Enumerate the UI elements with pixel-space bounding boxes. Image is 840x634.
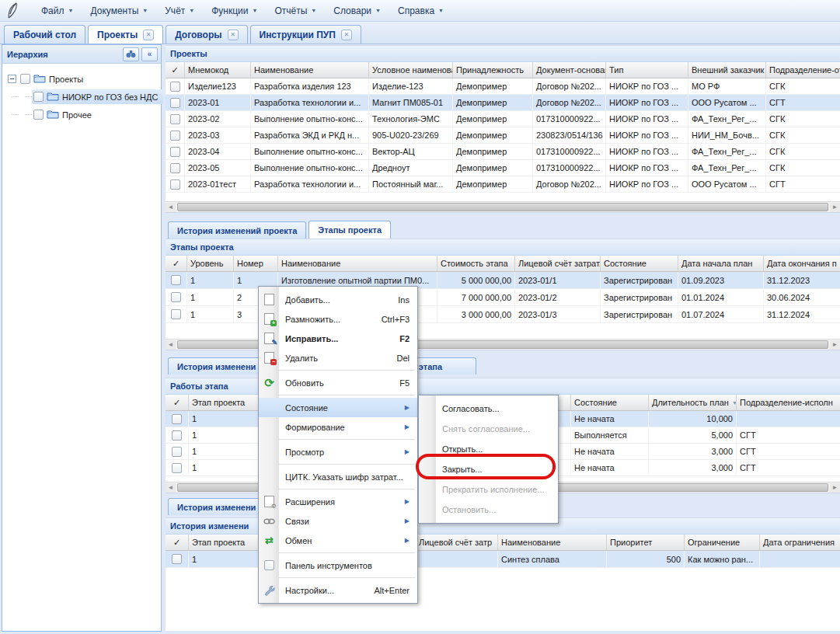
select-all-header[interactable]: ✓ [166,395,189,410]
table-row[interactable]: 2023-02Выполнение опытно-конс...Технолог… [166,111,840,127]
column-header[interactable]: Мнемокод [185,62,251,78]
select-all-header[interactable]: ✓ [166,62,185,78]
state-submenu-item[interactable]: Остановить... [419,500,558,520]
tree-node[interactable]: Проекты [5,70,158,88]
scroll-thumb[interactable] [177,203,828,211]
context-menu-item[interactable]: −УдалитьDel [259,348,417,368]
close-icon[interactable]: ✕ [341,30,352,40]
column-header[interactable]: Лицевой счёт затр [416,535,498,550]
row-checkbox[interactable] [170,147,180,157]
context-menu-item[interactable]: Состояние▶ [259,398,417,417]
context-menu-item[interactable]: ⚙Расширения▶ [259,492,417,511]
tree-node[interactable]: НИОКР по ГОЗ без НДС [5,88,158,106]
tab-Этапы проекта[interactable]: Этапы проекта [308,221,391,239]
main-tab[interactable]: Рабочий стол [4,25,85,44]
column-header[interactable]: Документ-основан [533,62,606,78]
select-all-header[interactable]: ✓ [166,535,189,550]
menubar-item-файл[interactable]: Файл▼ [33,2,82,19]
state-submenu-item[interactable]: Снять согласование... [419,419,558,439]
scroll-left-icon[interactable]: ◄ [166,340,176,350]
column-header[interactable]: Принадлежность [453,62,533,78]
table-row[interactable]: 2023-05Выполнение опытно-конс...Дредноут… [166,160,840,176]
state-submenu-item[interactable]: Согласовать... [419,399,558,419]
column-header[interactable]: Дата окончания п [764,256,840,271]
menubar-item-словари[interactable]: Словари▼ [325,2,389,19]
context-menu-item[interactable]: ⇄Обмен▶ [259,531,417,550]
tab-История изменений проекта[interactable]: История изменений проекта [168,221,306,239]
context-menu-item[interactable]: ✎Исправить...F2 [259,329,417,348]
menubar-item-отчёты[interactable]: Отчёты▼ [266,2,325,19]
row-checkbox[interactable] [172,447,182,457]
row-checkbox[interactable] [170,131,180,141]
context-menu-item[interactable]: Настройки...Alt+Enter [259,580,417,600]
row-checkbox[interactable] [172,414,182,424]
close-icon[interactable]: ✕ [228,30,239,40]
tree-node-checkbox[interactable] [33,110,44,120]
table-row[interactable]: 2023-01тестРазработка технологии и...Пос… [166,176,840,193]
row-checkbox[interactable] [170,98,180,108]
column-header[interactable]: Дата начала план [678,256,764,271]
row-checkbox[interactable] [170,114,180,124]
scroll-right-icon[interactable]: ► [830,483,840,493]
context-menu-item[interactable]: ЦИТК. Указать шифр затрат... [259,467,417,486]
column-header[interactable]: Тип [606,62,688,78]
context-menu-item[interactable]: +Размножить...Ctrl+F3 [259,309,417,329]
column-header[interactable]: Стоимость этапа [437,256,515,271]
column-header[interactable]: Дата ограничения [760,535,840,550]
scroll-left-icon[interactable]: ◄ [166,203,176,212]
table-row[interactable]: 2023-03Разработка ЭКД и РКД н...905-U020… [166,127,840,144]
context-menu-item[interactable]: ⟳ОбновитьF5 [259,373,417,392]
menubar-item-документы[interactable]: Документы▼ [82,2,156,19]
context-menu-item[interactable]: Просмотр▶ [259,442,417,462]
row-checkbox[interactable] [170,82,180,92]
row-checkbox[interactable] [170,163,180,173]
row-checkbox[interactable] [171,309,181,319]
column-header[interactable]: Состояние [601,256,678,271]
table-row[interactable]: 2023-01Разработка технологии и...Магнит … [166,95,840,111]
column-header[interactable]: Условное наименова [369,62,453,78]
search-button[interactable] [123,47,139,61]
column-header[interactable]: Наименование [278,256,437,271]
menubar-item-учёт[interactable]: Учёт▼ [156,2,203,19]
select-all-header[interactable]: ✓ [166,256,187,271]
column-header[interactable]: Состояние [571,395,649,410]
column-header[interactable]: Лицевой счёт затрат. [515,256,601,271]
main-tab[interactable]: Проекты✕ [88,25,163,44]
state-submenu-item[interactable]: Прекратить исполнение... [419,479,558,500]
column-header[interactable]: Внешний заказчик [688,62,766,78]
context-menu-item[interactable]: Связи▶ [259,511,417,531]
context-menu-item[interactable]: Добавить...Ins [259,290,417,309]
column-header[interactable]: Приоритет [607,535,685,550]
column-header[interactable]: Номер [234,256,278,271]
table-row[interactable]: Изделие123Разработка изделия 123Изделие-… [166,78,840,95]
context-menu-item[interactable]: Формирование▶ [259,417,417,437]
scroll-right-icon[interactable]: ► [830,203,840,212]
tree-node[interactable]: Прочее [5,106,158,124]
context-menu-item[interactable]: Панель инструментов [259,556,417,575]
scroll-left-icon[interactable]: ◄ [166,483,176,493]
column-header[interactable]: Этап проекта [189,395,267,410]
menubar-item-функции[interactable]: Функции▼ [203,2,266,19]
row-checkbox[interactable] [171,292,181,302]
row-checkbox[interactable] [171,275,181,285]
main-tab[interactable]: Договоры✕ [166,25,247,44]
column-header[interactable]: Этап проекта [189,535,267,550]
column-header[interactable]: Наименование [251,62,369,78]
row-checkbox[interactable] [172,430,182,441]
scroll-right-icon[interactable]: ► [830,340,840,350]
main-tab[interactable]: Инструкции ПУП✕ [250,25,361,44]
tree-node-checkbox[interactable] [33,92,44,102]
collapse-panel-button[interactable]: « [141,47,158,61]
column-header[interactable]: Ограничение [685,535,760,550]
row-checkbox[interactable] [172,554,182,564]
table-row[interactable]: 2023-04Выполнение опытно-конс...Вектор-А… [166,144,840,160]
tree-node-checkbox[interactable] [20,74,30,84]
row-checkbox[interactable] [170,179,180,190]
menubar-item-справка[interactable]: Справка▼ [389,2,452,19]
column-header[interactable]: Наименование [498,535,607,550]
row-checkbox[interactable] [172,463,182,473]
column-header[interactable]: Уровень [187,256,234,271]
close-icon[interactable]: ✕ [143,30,154,40]
column-header[interactable]: Подразделение-от [766,62,840,78]
collapse-node-icon[interactable] [8,75,16,83]
